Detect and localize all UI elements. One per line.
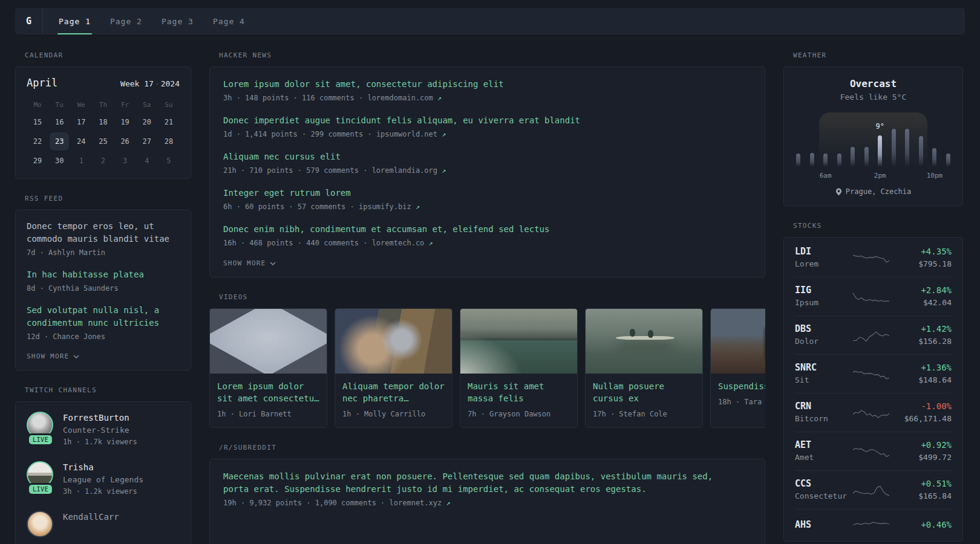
video-title[interactable]: Nullam posuere cursus ex <box>586 374 702 404</box>
weather-bar <box>905 129 909 167</box>
tab-page-3[interactable]: Page 3 <box>152 8 203 34</box>
stock-name: Ipsum <box>795 297 851 309</box>
rss-show-more-button[interactable]: SHOW MORE <box>27 352 79 360</box>
video-title[interactable]: Lorem ipsum dolor sit amet consectetu… <box>210 374 327 404</box>
stock-name: Dolor <box>795 335 851 348</box>
dashboard-page: G Page 1Page 2Page 3Page 4 CALENDAR Apri… <box>0 0 980 544</box>
stock-ticker: DBS <box>795 323 851 335</box>
hn-item-meta-text: 21h · 710 points · 579 comments · <box>223 166 372 175</box>
stock-row[interactable]: IIGIpsum+2.84%$42.04 <box>795 277 952 316</box>
calendar-section: CALENDAR April Week 17·2024 MoTuWeThFrSa… <box>15 51 191 179</box>
subreddit-post-title[interactable]: Maecenas mollis pulvinar erat non posuer… <box>223 470 723 496</box>
hackernews-show-more-button[interactable]: SHOW MORE <box>223 259 276 267</box>
stock-row[interactable]: AETAmet+0.92%$499.72 <box>795 432 952 471</box>
stock-ticker: AHS <box>795 519 851 531</box>
stock-row[interactable]: DBSDolor+1.42%$156.28 <box>795 316 952 355</box>
stock-values: +1.42%$156.28 <box>891 323 952 348</box>
weather-hour-labels: 6am2pm10pm <box>796 169 950 180</box>
twitch-channel-name[interactable]: KendallCarr <box>63 511 119 523</box>
hackernews-section: HACKER NEWS Lorem ipsum dolor sit amet, … <box>209 51 765 277</box>
show-more-label: SHOW MORE <box>27 352 69 360</box>
stock-ticker: CRN <box>795 400 851 413</box>
rss-item-title[interactable]: Sed volutpat nulla nisl, a condimentum n… <box>27 304 180 329</box>
avatar[interactable] <box>27 461 53 488</box>
twitch-channel-name[interactable]: ForrestBurton <box>63 412 137 424</box>
show-more-label: SHOW MORE <box>223 259 266 267</box>
hn-item-domain-link[interactable]: loremtech.co <box>372 239 425 247</box>
twitch-avatar-wrap <box>27 511 54 544</box>
stock-row[interactable]: SNRCSit+1.36%$148.64 <box>795 355 952 393</box>
rss-item-meta: 12d · Chance Jones <box>27 331 180 343</box>
hn-item-title[interactable]: Donec enim nibh, condimentum et accumsan… <box>223 223 751 236</box>
hn-item-domain-link[interactable]: ipsumify.biz <box>359 202 411 211</box>
sparkline-chart <box>852 288 890 305</box>
stock-row[interactable]: LDILorem+4.35%$795.18 <box>795 239 952 277</box>
twitch-channel-row[interactable]: LIVEForrestBurtonCounter-Strike1h · 1.7k… <box>27 412 180 448</box>
video-title[interactable]: Mauris sit amet massa felis <box>460 374 577 404</box>
subreddit-post-meta: 19h · 9,932 points · 1,090 comments · lo… <box>223 497 751 509</box>
stock-values: +0.51%$165.84 <box>891 478 952 502</box>
stock-row[interactable]: CRNBitcorn-1.00%$66,171.48 <box>795 393 952 432</box>
video-thumbnail[interactable] <box>586 309 702 374</box>
hn-item-meta-text: 6h · 60 points · 57 comments · <box>223 202 359 211</box>
hour-label: 2pm <box>874 172 886 180</box>
stock-row[interactable]: CCSConsectetur+0.51%$165.84 <box>795 471 952 510</box>
avatar[interactable] <box>27 412 53 438</box>
tab-page-2[interactable]: Page 2 <box>100 8 152 34</box>
stocks-section-title: STOCKS <box>793 222 963 230</box>
video-title[interactable]: Aliquam tempor dolor nec pharetra… <box>335 374 452 404</box>
video-thumbnail[interactable] <box>460 309 577 374</box>
hn-item-title[interactable]: Aliquam nec cursus elit <box>223 151 751 163</box>
twitch-card: LIVEForrestBurtonCounter-Strike1h · 1.7k… <box>15 401 191 544</box>
tab-page-1[interactable]: Page 1 <box>49 8 100 34</box>
hn-item-title[interactable]: Donec imperdiet augue tincidunt felis al… <box>223 114 751 127</box>
calendar-header: April Week 17·2024 <box>27 77 180 89</box>
hn-item-title[interactable]: Integer eget rutrum lorem <box>223 187 751 199</box>
calendar-grid: MoTuWeThFrSaSu15161718192021222324252627… <box>27 99 180 170</box>
rss-item-title[interactable]: Donec tempor eros leo, ut commodo mauris… <box>27 220 180 245</box>
stock-name: Bitcorn <box>795 413 851 425</box>
hn-item-domain-link[interactable]: loremdomain.com <box>367 94 433 102</box>
calendar-day: 27 <box>137 132 157 151</box>
sparkline-chart <box>852 516 890 533</box>
hn-item-domain-link[interactable]: loremlandia.org <box>372 166 437 175</box>
hn-item: Aliquam nec cursus elit21h · 710 points … <box>223 151 751 176</box>
stock-values: -1.00%$66,171.48 <box>891 400 952 425</box>
temperature-label: 9° <box>875 122 884 131</box>
hn-item-domain-link[interactable]: ipsumworld.net <box>376 130 437 138</box>
video-meta: 7h · Grayson Dawson <box>460 406 577 427</box>
stock-identity: AHS <box>795 519 851 531</box>
hn-item-title[interactable]: Lorem ipsum dolor sit amet, consectetur … <box>223 78 751 91</box>
hn-item: Lorem ipsum dolor sit amet, consectetur … <box>223 78 751 104</box>
external-link-icon: ↗ <box>429 239 433 247</box>
stock-row[interactable]: AHS+0.46% <box>795 510 952 540</box>
hn-item-meta-text: 16h · 468 points · 440 comments · <box>223 239 372 247</box>
tab-page-4[interactable]: Page 4 <box>203 8 255 34</box>
twitch-channel-row[interactable]: KendallCarr <box>27 511 180 544</box>
hn-item: Donec enim nibh, condimentum et accumsan… <box>223 223 751 249</box>
avatar[interactable] <box>27 511 53 537</box>
stock-change: +0.51% <box>891 478 952 490</box>
videos-row: Lorem ipsum dolor sit amet consectetu…1h… <box>209 308 765 428</box>
live-badge: LIVE <box>29 485 52 494</box>
calendar-day: 28 <box>159 132 178 151</box>
calendar-day: 24 <box>71 132 91 151</box>
external-link-icon: ↗ <box>416 202 420 211</box>
stock-values: +0.92%$499.72 <box>891 439 952 464</box>
video-thumbnail[interactable] <box>335 309 452 374</box>
video-thumbnail[interactable] <box>711 309 765 374</box>
twitch-channel-name[interactable]: Trisha <box>63 461 143 474</box>
video-title[interactable]: Suspendisse diam <box>711 374 765 392</box>
stock-price: $148.64 <box>891 374 952 386</box>
hackernews-section-title: HACKER NEWS <box>219 51 765 59</box>
stock-values: +1.36%$148.64 <box>891 361 952 386</box>
calendar-month: April <box>27 77 57 89</box>
stock-change: +2.84% <box>891 284 952 297</box>
hn-item-meta: 3h · 148 points · 116 comments · loremdo… <box>223 92 751 104</box>
twitch-channel-row[interactable]: LIVETrishaLeague of Legends3h · 1.2k vie… <box>27 461 180 497</box>
post-domain-link[interactable]: loremnet.xyz <box>390 499 442 507</box>
stock-identity: IIGIpsum <box>795 284 851 309</box>
video-thumbnail[interactable] <box>210 309 327 374</box>
rss-item-title[interactable]: In hac habitasse platea <box>27 268 180 281</box>
stock-identity: CRNBitcorn <box>795 400 851 425</box>
